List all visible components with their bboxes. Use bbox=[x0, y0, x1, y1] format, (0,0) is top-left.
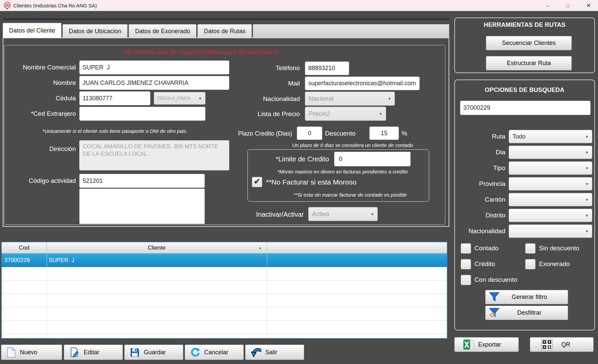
qr-button[interactable]: QR bbox=[530, 337, 594, 352]
search-input[interactable]: 37000229 bbox=[460, 101, 591, 115]
table-row[interactable] bbox=[2, 294, 447, 307]
provincia-filter-dropdown[interactable]: ▼ bbox=[509, 177, 592, 191]
mail-input[interactable]: superfacturaselectronicas@hotmail.com bbox=[305, 76, 420, 90]
direccion-textarea[interactable]: COCAL AMARILLO DE PAVONES, 300 MTS NORTE… bbox=[79, 140, 229, 170]
close-button[interactable]: ✕ bbox=[580, 0, 597, 11]
codigo-actividad-label: Código actividad bbox=[3, 177, 76, 185]
no-facturar-label: **No Facturar si esta Moroso bbox=[266, 178, 373, 186]
generar-filtro-button[interactable]: Generar filtro bbox=[485, 290, 568, 304]
minimize-button[interactable]: – bbox=[539, 0, 556, 11]
chevron-down-icon: ▼ bbox=[585, 135, 589, 139]
cedula-tipo-dropdown[interactable]: CEDULA_FISICA ▼ bbox=[154, 92, 205, 105]
cancel-refresh-icon bbox=[190, 348, 200, 357]
chevron-down-icon: ▼ bbox=[388, 97, 391, 101]
con-descuento-checkbox[interactable] bbox=[461, 275, 471, 285]
chevron-down-icon: ▼ bbox=[198, 97, 202, 100]
cedula-input[interactable]: 113080777 bbox=[79, 91, 150, 105]
editar-button[interactable]: Editar bbox=[64, 345, 123, 360]
mail-label: Mail bbox=[208, 80, 300, 87]
app-icon bbox=[3, 2, 11, 10]
ced-extranjero-input[interactable] bbox=[79, 107, 205, 121]
exportar-button[interactable]: Exportar bbox=[454, 337, 519, 352]
chevron-down-icon: ▼ bbox=[585, 198, 589, 202]
column-divider bbox=[267, 254, 267, 338]
tab-strip-filler bbox=[253, 24, 449, 38]
maximize-button[interactable]: □ bbox=[559, 0, 577, 11]
nacionalidad-dropdown[interactable]: Nacional ▼ bbox=[305, 92, 395, 106]
sin-descuento-label: Sin descuento bbox=[539, 245, 594, 252]
table-row[interactable] bbox=[2, 321, 447, 334]
column-divider bbox=[47, 254, 47, 338]
chevron-down-icon: ▼ bbox=[585, 182, 589, 186]
ced-extranjero-note: *Unicamente si el cliente solo tiene pas… bbox=[24, 128, 206, 134]
column-header-cod[interactable]: Cod bbox=[2, 242, 47, 253]
distrito-filter-label: Distrito bbox=[455, 212, 505, 219]
nuevo-button[interactable]: Nuevo bbox=[1, 345, 62, 360]
nombre-label: Nombre bbox=[3, 79, 76, 87]
sin-descuento-checkbox[interactable] bbox=[525, 243, 536, 254]
dia-filter-dropdown[interactable]: ▼ bbox=[509, 146, 592, 159]
con-descuento-label: Con descuento bbox=[474, 276, 535, 283]
tab-datos-del-cliente[interactable]: Datos del Cliente bbox=[3, 23, 61, 38]
chevron-down-icon: ▼ bbox=[371, 212, 374, 216]
validation-warning: No contiene dato de creación(Validado pa… bbox=[97, 49, 306, 56]
nombre-comercial-input[interactable]: SUPER J bbox=[79, 60, 229, 74]
table-row[interactable] bbox=[2, 267, 447, 280]
tipo-filter-dropdown[interactable]: ▼ bbox=[509, 161, 592, 175]
tab-datos-de-exonerado[interactable]: Datos de Exonerado bbox=[129, 24, 196, 38]
canton-filter-label: Cantón bbox=[455, 196, 505, 203]
ruta-filter-label: Ruta bbox=[455, 133, 505, 140]
table-row-selected[interactable]: 37000229 SUPER J bbox=[2, 254, 447, 267]
filter-remove-icon bbox=[489, 308, 500, 318]
new-document-icon bbox=[7, 347, 16, 358]
descuento-label: Descuento bbox=[325, 130, 365, 137]
exonerado-label: Exonerado bbox=[539, 260, 594, 268]
direccion-label: Dirección bbox=[3, 145, 76, 153]
distrito-filter-dropdown[interactable]: ▼ bbox=[509, 209, 592, 222]
cell-cliente: SUPER J bbox=[47, 257, 75, 264]
exit-arrow-icon bbox=[251, 348, 261, 357]
telefono-label: Teléfono bbox=[208, 64, 300, 72]
chevron-down-icon: ▼ bbox=[585, 214, 589, 217]
desfiltrar-button[interactable]: Desfiltrar bbox=[485, 306, 568, 320]
table-row[interactable] bbox=[2, 307, 447, 321]
contado-checkbox[interactable] bbox=[461, 243, 471, 254]
table-row[interactable] bbox=[2, 280, 447, 294]
limite-credito-note: *Monto maximo en dinero en facturas pend… bbox=[259, 169, 426, 174]
limite-credito-label: *Limite de Credito bbox=[248, 155, 329, 163]
nacionalidad-filter-dropdown[interactable]: ▼ bbox=[509, 224, 592, 238]
cedula-label: Cédula bbox=[3, 95, 76, 102]
cell-cod: 37000229 bbox=[2, 257, 47, 264]
excel-icon bbox=[463, 339, 475, 350]
codigo-actividad-input[interactable]: 521201 bbox=[79, 174, 205, 188]
nombre-input[interactable]: JUAN CARLOS JIMENEZ CHAVARRIA bbox=[79, 76, 229, 90]
plazo-credito-label: Plazo Credito (Dias) bbox=[208, 130, 292, 137]
guardar-button[interactable]: Guardar bbox=[124, 345, 183, 360]
chevron-down-icon: ▼ bbox=[585, 229, 589, 233]
filter-icon bbox=[489, 292, 500, 302]
ruta-filter-dropdown[interactable]: Todo ▼ bbox=[509, 130, 592, 143]
limite-credito-input[interactable]: 0 bbox=[334, 152, 411, 166]
tab-datos-de-rutas[interactable]: Datos de Rutas bbox=[197, 24, 252, 38]
cancelar-button[interactable]: Cancelar bbox=[185, 345, 244, 360]
no-facturar-checkbox[interactable]: ✔ bbox=[252, 177, 262, 187]
column-header-cliente[interactable]: Cliente ▲ bbox=[47, 242, 267, 253]
descuento-input[interactable]: 15 bbox=[369, 126, 399, 140]
percent-sign: % bbox=[402, 130, 412, 137]
lista-precio-dropdown[interactable]: Precio2 ▼ bbox=[305, 107, 386, 121]
canton-filter-dropdown[interactable]: ▼ bbox=[509, 193, 592, 206]
chevron-down-icon: ▼ bbox=[585, 151, 589, 154]
clients-table: Cod Cliente ▲ 37000229 SUPER J bbox=[1, 242, 448, 339]
secuenciar-clientes-button[interactable]: Secuenciar Clientes bbox=[486, 36, 572, 50]
codigo-actividad-list[interactable] bbox=[79, 189, 205, 224]
telefono-input[interactable]: 88893210 bbox=[305, 61, 349, 75]
tab-datos-de-ubicacion[interactable]: Datos de Ubicacion bbox=[62, 24, 128, 38]
exonerado-checkbox[interactable] bbox=[525, 259, 536, 269]
no-facturar-note: **Si esta sin marcar facturar de contado… bbox=[278, 192, 422, 198]
credito-checkbox[interactable] bbox=[461, 259, 471, 269]
estructurar-ruta-button[interactable]: Estructurar Ruta bbox=[486, 56, 572, 70]
ced-extranjero-label: *Ced Extranjero bbox=[3, 110, 76, 117]
plazo-credito-input[interactable]: 0 bbox=[297, 126, 322, 140]
salir-button[interactable]: Salir bbox=[245, 345, 304, 360]
estado-dropdown[interactable]: Activo ▼ bbox=[308, 207, 378, 221]
